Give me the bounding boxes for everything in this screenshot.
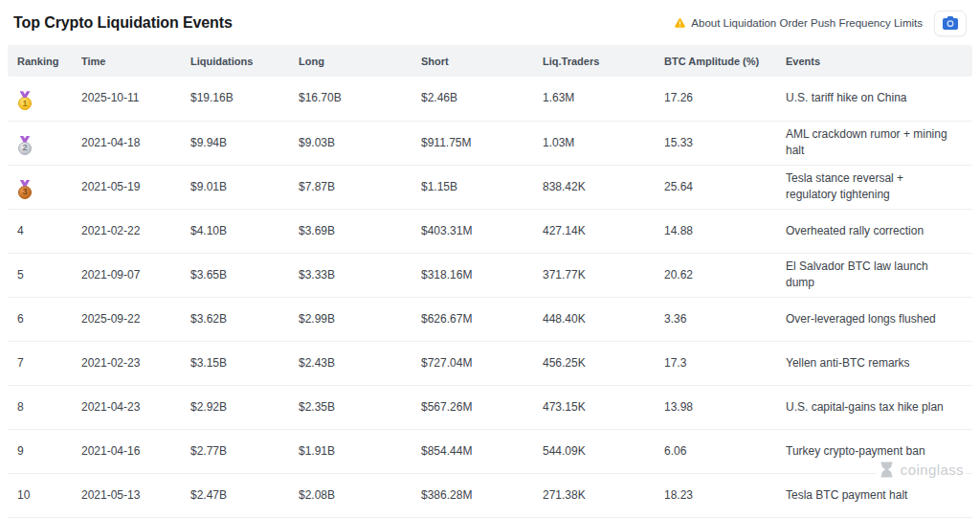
liquidation-events-panel: Top Crypto Liquidation Events About Liqu… bbox=[0, 0, 980, 518]
long-cell: $2.99B bbox=[289, 297, 412, 341]
panel-header: Top Crypto Liquidation Events About Liqu… bbox=[8, 0, 972, 45]
short-cell: $1.15B bbox=[412, 165, 533, 209]
column-header-ranking: Ranking bbox=[8, 45, 72, 77]
events-cell: El Salvador BTC law launch dump bbox=[776, 253, 972, 297]
liquidations-cell: $9.01B bbox=[181, 165, 289, 209]
time-cell: 2021-05-19 bbox=[72, 165, 181, 209]
frequency-limits-label: About Liquidation Order Push Frequency L… bbox=[691, 17, 923, 29]
silver-medal-icon: 2 bbox=[17, 136, 33, 155]
liquidations-cell: $3.62B bbox=[181, 297, 289, 341]
liq_traders-cell: 456.25K bbox=[533, 341, 655, 385]
table-row: 82021-04-23$2.92B$2.35B$567.26M473.15K13… bbox=[8, 385, 972, 429]
ranking-cell: 3 bbox=[8, 165, 72, 209]
column-header-liquidations: Liquidations bbox=[181, 45, 289, 77]
liq_traders-cell: 1.63M bbox=[533, 77, 655, 121]
liquidations-cell: $9.94B bbox=[181, 121, 289, 165]
liquidations-cell: $3.65B bbox=[181, 253, 289, 297]
short-cell: $386.28M bbox=[412, 473, 533, 517]
btc_amplitude-cell: 25.64 bbox=[655, 165, 776, 209]
liq_traders-cell: 271.38K bbox=[533, 473, 655, 517]
btc_amplitude-cell: 6.06 bbox=[655, 429, 776, 473]
liq_traders-cell: 427.14K bbox=[533, 209, 655, 253]
short-cell: $318.16M bbox=[412, 253, 533, 297]
time-cell: 2025-10-11 bbox=[72, 77, 181, 121]
column-header-long: Long bbox=[289, 45, 412, 77]
ranking-cell: 4 bbox=[8, 209, 72, 253]
short-cell: $403.31M bbox=[412, 209, 533, 253]
liquidations-cell: $2.77B bbox=[181, 429, 289, 473]
ranking-cell: 5 bbox=[8, 253, 72, 297]
time-cell: 2025-09-22 bbox=[72, 297, 181, 341]
table-row: 42021-02-22$4.10B$3.69B$403.31M427.14K14… bbox=[8, 209, 972, 253]
coinglass-watermark: coinglass bbox=[877, 462, 966, 478]
gold-medal-icon: 1 bbox=[17, 91, 33, 110]
frequency-limits-link[interactable]: About Liquidation Order Push Frequency L… bbox=[674, 17, 923, 29]
column-header-time: Time bbox=[72, 45, 181, 77]
ranking-cell: 8 bbox=[8, 385, 72, 429]
btc_amplitude-cell: 17.3 bbox=[655, 341, 776, 385]
events-cell: Overheated rally correction bbox=[776, 209, 972, 253]
bronze-medal-icon: 3 bbox=[17, 180, 33, 199]
time-cell: 2021-02-22 bbox=[72, 209, 181, 253]
events-cell: Tesla BTC payment halt bbox=[776, 473, 972, 517]
ranking-cell: 1 bbox=[8, 77, 72, 121]
liq_traders-cell: 838.42K bbox=[533, 165, 655, 209]
liquidation-events-table: RankingTimeLiquidationsLongShortLiq.Trad… bbox=[8, 45, 972, 518]
time-cell: 2021-02-23 bbox=[72, 341, 181, 385]
events-cell: Yellen anti-BTC remarks bbox=[776, 341, 972, 385]
time-cell: 2021-04-18 bbox=[72, 121, 181, 165]
table-row: 92021-04-16$2.77B$1.91B$854.44M544.09K6.… bbox=[8, 429, 972, 473]
btc_amplitude-cell: 18.23 bbox=[655, 473, 776, 517]
short-cell: $626.67M bbox=[412, 297, 533, 341]
events-cell: U.S. tariff hike on China bbox=[776, 77, 972, 121]
long-cell: $7.87B bbox=[289, 165, 412, 209]
medal-rank-number: 3 bbox=[18, 186, 32, 199]
table-row: 32021-05-19$9.01B$7.87B$1.15B838.42K25.6… bbox=[8, 165, 972, 209]
long-cell: $3.69B bbox=[289, 209, 412, 253]
column-header-btc_amplitude: BTC Amplitude (%) bbox=[655, 45, 776, 77]
column-header-liq_traders: Liq.Traders bbox=[533, 45, 655, 77]
long-cell: $2.43B bbox=[289, 341, 412, 385]
table-row: 62025-09-22$3.62B$2.99B$626.67M448.40K3.… bbox=[8, 297, 972, 341]
ranking-cell: 9 bbox=[8, 429, 72, 473]
btc_amplitude-cell: 13.98 bbox=[655, 385, 776, 429]
liq_traders-cell: 544.09K bbox=[533, 429, 655, 473]
screenshot-button[interactable] bbox=[934, 11, 967, 36]
coinglass-watermark-label: coinglass bbox=[901, 462, 964, 478]
short-cell: $2.46B bbox=[412, 77, 533, 121]
btc_amplitude-cell: 15.33 bbox=[655, 121, 776, 165]
medal-ribbon bbox=[20, 136, 31, 143]
table-row: 52021-09-07$3.65B$3.33B$318.16M371.77K20… bbox=[8, 253, 972, 297]
long-cell: $2.35B bbox=[289, 385, 412, 429]
short-cell: $727.04M bbox=[412, 341, 533, 385]
time-cell: 2021-04-16 bbox=[72, 429, 181, 473]
table-row: 102021-05-13$2.47B$2.08B$386.28M271.38K1… bbox=[8, 473, 972, 517]
ranking-cell: 7 bbox=[8, 341, 72, 385]
time-cell: 2021-05-13 bbox=[72, 473, 181, 517]
btc_amplitude-cell: 3.36 bbox=[655, 297, 776, 341]
liq_traders-cell: 473.15K bbox=[533, 385, 655, 429]
time-cell: 2021-09-07 bbox=[72, 253, 181, 297]
liquidations-cell: $3.15B bbox=[181, 341, 289, 385]
table-row: 22021-04-18$9.94B$9.03B$911.75M1.03M15.3… bbox=[8, 121, 972, 165]
long-cell: $3.33B bbox=[289, 253, 412, 297]
ranking-cell: 10 bbox=[8, 473, 72, 517]
btc_amplitude-cell: 17.26 bbox=[655, 77, 776, 121]
long-cell: $1.91B bbox=[289, 429, 412, 473]
page-title: Top Crypto Liquidation Events bbox=[13, 14, 233, 32]
long-cell: $9.03B bbox=[289, 121, 412, 165]
liq_traders-cell: 1.03M bbox=[533, 121, 655, 165]
liquidations-cell: $2.47B bbox=[181, 473, 289, 517]
column-header-events: Events bbox=[776, 45, 972, 77]
liquidations-cell: $19.16B bbox=[181, 77, 289, 121]
time-cell: 2021-04-23 bbox=[72, 385, 181, 429]
events-cell: Over-leveraged longs flushed bbox=[776, 297, 972, 341]
medal-ribbon bbox=[20, 180, 31, 187]
long-cell: $2.08B bbox=[289, 473, 412, 517]
table-row: 12025-10-11$19.16B$16.70B$2.46B1.63M17.2… bbox=[8, 77, 972, 121]
liq_traders-cell: 371.77K bbox=[533, 253, 655, 297]
ranking-cell: 2 bbox=[8, 121, 72, 165]
medal-rank-number: 1 bbox=[18, 97, 32, 110]
liquidations-cell: $4.10B bbox=[181, 209, 289, 253]
liquidations-cell: $2.92B bbox=[181, 385, 289, 429]
